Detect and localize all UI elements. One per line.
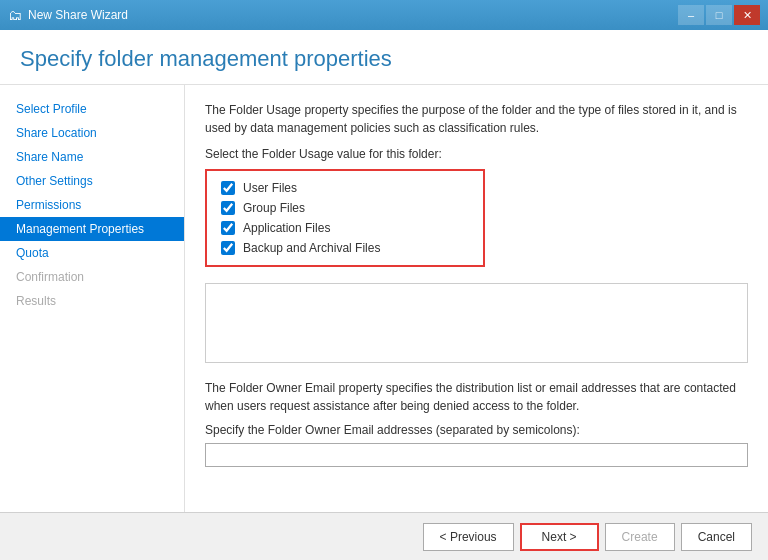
page-title-bar: Specify folder management properties <box>0 30 768 85</box>
sidebar-item-share-name[interactable]: Share Name <box>0 145 184 169</box>
sidebar-item-confirmation: Confirmation <box>0 265 184 289</box>
folder-owner-email-description: The Folder Owner Email property specifie… <box>205 379 748 415</box>
backup-files-label[interactable]: Backup and Archival Files <box>243 241 380 255</box>
email-input-label: Specify the Folder Owner Email addresses… <box>205 423 748 437</box>
next-button[interactable]: Next > <box>520 523 599 551</box>
checkbox-item-user-files: User Files <box>221 181 469 195</box>
backup-files-checkbox[interactable] <box>221 241 235 255</box>
email-input[interactable] <box>205 443 748 467</box>
checkbox-item-group-files: Group Files <box>221 201 469 215</box>
title-bar-left: 🗂 New Share Wizard <box>8 7 128 23</box>
window-title: New Share Wizard <box>28 8 128 22</box>
window-body: Specify folder management properties Sel… <box>0 30 768 560</box>
create-button: Create <box>605 523 675 551</box>
previous-button[interactable]: < Previous <box>423 523 514 551</box>
sidebar-item-share-location[interactable]: Share Location <box>0 121 184 145</box>
minimize-button[interactable]: – <box>678 5 704 25</box>
checkbox-item-application-files: Application Files <box>221 221 469 235</box>
group-files-checkbox[interactable] <box>221 201 235 215</box>
footer: < Previous Next > Create Cancel <box>0 512 768 560</box>
main-content: The Folder Usage property specifies the … <box>185 85 768 512</box>
checkbox-item-backup-files: Backup and Archival Files <box>221 241 469 255</box>
checkbox-group: User Files Group Files Application Files… <box>205 169 485 267</box>
maximize-button[interactable]: □ <box>706 5 732 25</box>
select-folder-usage-label: Select the Folder Usage value for this f… <box>205 147 748 161</box>
group-files-label[interactable]: Group Files <box>243 201 305 215</box>
user-files-checkbox[interactable] <box>221 181 235 195</box>
content-area: Select Profile Share Location Share Name… <box>0 85 768 512</box>
close-button[interactable]: ✕ <box>734 5 760 25</box>
sidebar-item-quota[interactable]: Quota <box>0 241 184 265</box>
sidebar-item-results: Results <box>0 289 184 313</box>
app-icon: 🗂 <box>8 7 22 23</box>
application-files-checkbox[interactable] <box>221 221 235 235</box>
title-bar-controls: – □ ✕ <box>678 5 760 25</box>
application-files-label[interactable]: Application Files <box>243 221 330 235</box>
title-bar: 🗂 New Share Wizard – □ ✕ <box>0 0 768 30</box>
sidebar-item-management-properties[interactable]: Management Properties <box>0 217 184 241</box>
user-files-label[interactable]: User Files <box>243 181 297 195</box>
sidebar-item-permissions[interactable]: Permissions <box>0 193 184 217</box>
folder-usage-extra-area <box>205 283 748 363</box>
sidebar-item-select-profile[interactable]: Select Profile <box>0 97 184 121</box>
sidebar-item-other-settings[interactable]: Other Settings <box>0 169 184 193</box>
folder-usage-description: The Folder Usage property specifies the … <box>205 101 748 137</box>
page-title: Specify folder management properties <box>20 46 748 72</box>
cancel-button[interactable]: Cancel <box>681 523 752 551</box>
sidebar: Select Profile Share Location Share Name… <box>0 85 185 512</box>
